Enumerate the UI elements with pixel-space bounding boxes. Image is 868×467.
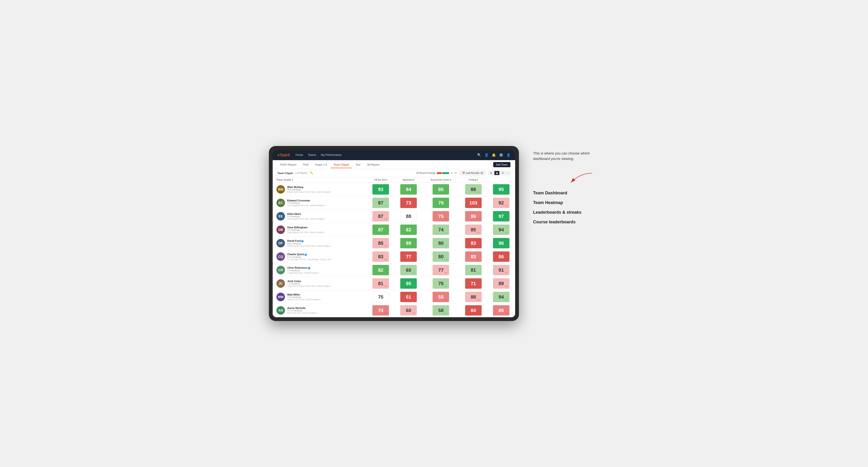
sidebar-notes: This is where you can choose which dashb…	[533, 146, 599, 224]
search-icon[interactable]: 🔍	[477, 153, 481, 157]
last-rounds-button[interactable]: 📅 Last Rounds: 20	[460, 170, 486, 176]
table-row: MMMatt Miller6-10 HandicapWoburn Golf Cl…	[273, 290, 515, 304]
score-change: 4	[505, 312, 507, 314]
player-name: Dave Billingham	[287, 226, 365, 229]
score-value: 89	[499, 281, 504, 286]
sub-header-right: 20 Round Change -5 +5 📅 Last Rounds: 20	[416, 170, 510, 176]
score-value: 87	[378, 200, 383, 206]
player-avatar: DB	[276, 225, 285, 234]
player-club: Royal North Devon Golf Club, United King…	[287, 245, 365, 247]
score-change: 9	[384, 191, 387, 193]
score-value: 71	[471, 281, 476, 286]
score-cell-1-1: 7311	[395, 196, 423, 210]
score-cell-3-1: 824	[395, 223, 423, 237]
score-cell-5-0: 833	[367, 250, 395, 263]
tab-pga[interactable]: PGA	[300, 161, 311, 168]
player-avatar: EE	[276, 212, 285, 220]
player-cell-1[interactable]: ECEdward Crossman1-5 HandicapSunningdale…	[273, 196, 367, 210]
person-icon[interactable]: 👤	[485, 153, 489, 157]
player-cell-8[interactable]: MMMatt Miller6-10 HandicapWoburn Golf Cl…	[273, 290, 367, 304]
team-name: Team Clippd	[277, 172, 293, 175]
table-row: DFDavid Ford✓Plus HandicapRoyal North De…	[273, 237, 515, 250]
player-info: Blair McHargPlus HandicapRoyal North Dev…	[287, 186, 365, 193]
tab-tour[interactable]: Tour	[352, 161, 363, 168]
player-club: Royal North Devon Golf Club, United King…	[287, 285, 365, 287]
view-list-button[interactable]: ☰	[500, 171, 505, 175]
score-change: 4	[412, 231, 415, 234]
view-sort-button[interactable]: ↕	[506, 171, 510, 175]
col-player-quality[interactable]: Player Quality ▾	[273, 177, 367, 183]
player-club: Gog Magog Golf Club, United Kingdom	[287, 231, 365, 234]
player-cell-6[interactable]: CRChris Robertson✓1-5 HandicapCraigmilla…	[273, 263, 367, 277]
player-club: St. George's Hill GC - Weybridge - Surre…	[287, 258, 365, 261]
round-change-label: 20 Round Change	[416, 172, 435, 174]
player-cell-7[interactable]: JCJosh Coles1-5 HandicapRoyal North Devo…	[273, 277, 367, 290]
view-grid-button[interactable]: ⊞	[489, 171, 494, 175]
change-bar-green	[442, 172, 449, 174]
player-cell-5[interactable]: CQCharlie Quick✓6-10 HandicapSt. George'…	[273, 250, 367, 263]
col-putting[interactable]: Putting ▾	[460, 177, 487, 183]
nav-home[interactable]: Home	[296, 152, 303, 158]
score-cell-6-1: 602	[395, 263, 423, 277]
col-off-tee[interactable]: Off the Tee ▾	[367, 177, 395, 183]
score-cell-5-2: 801	[423, 250, 459, 263]
add-team-button[interactable]: Add Team	[493, 162, 510, 167]
players-table: Player Quality ▾ Off the Tee ▾ Approach …	[273, 177, 515, 317]
score-value: 80	[438, 241, 443, 246]
tab-team-clippd[interactable]: Team Clippd	[331, 161, 352, 168]
nav-teams[interactable]: Teams	[308, 152, 316, 158]
score-cell-8-0: 75	[367, 290, 395, 304]
score-value: 77	[438, 268, 443, 273]
score-cell-7-4: 892	[487, 277, 515, 290]
last-rounds-label: Last Rounds: 20	[466, 172, 483, 174]
player-avatar: MM	[276, 293, 285, 301]
score-value: 82	[378, 268, 383, 273]
score-cell-3-2: 741	[423, 223, 459, 237]
player-avatar: CR	[276, 266, 285, 274]
score-value: 83	[471, 241, 476, 246]
score-value: 85	[471, 227, 476, 232]
tab-all-players[interactable]: All Players	[365, 161, 382, 168]
nav-my-performance[interactable]: My Performance	[321, 152, 342, 158]
player-name: Aaron Nicholls	[287, 307, 365, 309]
score-change: 3	[505, 272, 507, 274]
score-change: 3	[384, 272, 387, 274]
score-cell-5-1: 7714	[395, 250, 423, 263]
view-table-button[interactable]: ▦	[494, 171, 500, 175]
player-cell-4[interactable]: DFDavid Ford✓Plus HandicapRoyal North De…	[273, 237, 367, 250]
player-avatar: AN	[276, 306, 285, 315]
annotation-arrow	[566, 171, 594, 185]
score-change: 11	[411, 205, 415, 207]
score-value: 86	[471, 214, 476, 219]
bell-icon[interactable]: 🔔	[492, 153, 496, 157]
player-cell-2[interactable]: EEElliot Ebert1-5 HandicapSunningdale Go…	[273, 210, 367, 223]
score-change: 6	[412, 191, 415, 193]
score-change: 2	[505, 285, 507, 287]
col-approach[interactable]: Approach ▾	[395, 177, 423, 183]
tab-pgat-players[interactable]: PGAT Players	[277, 161, 299, 168]
score-cell-0-3: 881	[460, 183, 487, 196]
tablet-screen: clippd Home Teams My Performance 🔍 👤 🔔 ⚙…	[273, 150, 515, 317]
score-change: 8	[412, 285, 415, 287]
player-cell-3[interactable]: DBDave Billingham1-5 HandicapGog Magog G…	[273, 223, 367, 237]
tab-hcaps[interactable]: Hcaps 1-5	[312, 161, 330, 168]
score-value: 85	[378, 241, 383, 246]
score-change: 3	[384, 218, 387, 220]
player-name: Charlie Quick✓	[287, 253, 365, 256]
score-cell-9-3: 8421	[460, 304, 487, 317]
player-handicap: Plus Handicap	[287, 188, 365, 191]
player-cell-0[interactable]: BMBlair McHargPlus HandicapRoyal North D…	[273, 183, 367, 196]
score-value: 83	[378, 254, 383, 259]
score-cell-4-3: 8310	[460, 237, 487, 250]
col-around-green[interactable]: Around the Green ▾	[423, 177, 459, 183]
edit-icon[interactable]: ✏️	[310, 172, 313, 175]
player-name: Josh Coles	[287, 280, 365, 283]
score-value: 86	[499, 254, 504, 259]
score-value: 81	[471, 268, 476, 273]
settings-icon[interactable]: ⚙️	[499, 153, 503, 157]
table-row: JCJosh Coles1-5 HandicapRoyal North Devo…	[273, 277, 515, 290]
score-value: 58	[438, 308, 443, 313]
score-value: 85	[499, 308, 504, 313]
player-cell-9[interactable]: ANAaron Nicholls11-15 HandicapDrift Golf…	[273, 304, 367, 317]
user-avatar[interactable]: 👤	[506, 153, 510, 157]
